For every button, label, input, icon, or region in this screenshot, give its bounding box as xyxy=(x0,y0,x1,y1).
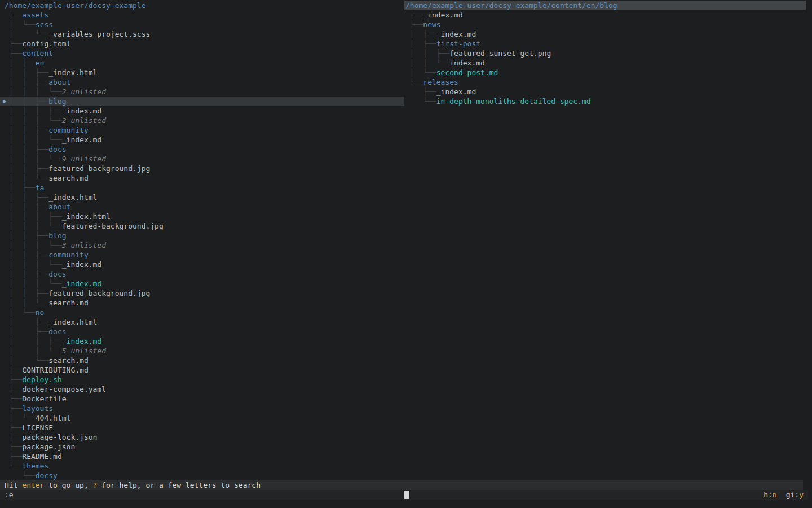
tree-row[interactable]: │ └──no xyxy=(0,308,404,317)
tree-row[interactable]: ├──news xyxy=(404,20,806,29)
tree-branch-lines: └── xyxy=(405,97,436,106)
tree-row[interactable]: └──in-depth-monoliths-detailed-spec.md xyxy=(404,97,806,106)
tree-row[interactable]: ├──CONTRIBUTING.md xyxy=(0,365,404,375)
tree-branch-lines: ├── xyxy=(5,443,22,451)
flag-label: gi: xyxy=(786,491,799,499)
tree-row[interactable]: │ │ ├──community xyxy=(0,250,404,260)
right-panel-input[interactable]: h:ngi:y xyxy=(404,490,808,500)
tree-branch-lines: ├── xyxy=(5,49,22,58)
entry-name: _index.md xyxy=(62,337,102,345)
tree-row[interactable]: ▶ │ │ ├──blog xyxy=(0,97,404,106)
tree-row[interactable]: │ │ │ └──_index.md xyxy=(0,279,404,288)
tree-row[interactable]: │ ├──docs xyxy=(0,327,404,336)
broot-terminal-screen: /home/example-user/docsy-example ├──asse… xyxy=(0,0,812,508)
tree-row[interactable]: │ └──scss xyxy=(0,20,404,29)
tree-branch-lines: │ │ ├── xyxy=(5,203,48,211)
entry-name: blog xyxy=(48,97,66,106)
tree-row[interactable]: │ │ ├──featured-background.jpg xyxy=(0,164,404,173)
tree-row[interactable]: │ │ │ └──2 unlisted xyxy=(0,116,404,125)
tree-branch-lines: │ └── xyxy=(5,20,36,29)
tree-row[interactable]: │ └──second-post.md xyxy=(404,68,806,77)
tree-row[interactable]: ├──package.json xyxy=(0,442,404,452)
tree-row[interactable]: │ ├──_index.md xyxy=(404,29,806,39)
tree-row[interactable]: └──docsy xyxy=(0,471,404,480)
tree-row[interactable]: ├──_index.md xyxy=(404,87,806,97)
tree-row[interactable]: │ │ ├──docs xyxy=(0,144,404,154)
tree-row[interactable]: ├──README.md xyxy=(0,452,404,461)
tree-row[interactable]: ├──Dockerfile xyxy=(0,394,404,404)
tree-row[interactable]: ├──layouts xyxy=(0,404,404,413)
entry-name: _index.md xyxy=(62,107,102,115)
tree-row[interactable]: ├──content xyxy=(0,49,404,58)
tree-row[interactable]: ├──_index.md xyxy=(404,10,806,20)
tree-row[interactable]: │ │ ├──_index.md xyxy=(0,336,404,346)
tree-row[interactable]: │ ├──en xyxy=(0,58,404,68)
entry-name: 3 unlisted xyxy=(62,241,106,249)
tree-row[interactable]: │ │ │ ├──_index.md xyxy=(0,106,404,116)
panel-root-path[interactable]: /home/example-user/docsy-example xyxy=(0,1,404,10)
entry-name: 2 unlisted xyxy=(62,116,106,125)
tree-row[interactable]: ├──config.toml xyxy=(0,39,404,49)
selected-row-arrow-icon: ▶ xyxy=(3,97,7,106)
tree-row[interactable]: │ │ ├──about xyxy=(0,77,404,87)
entry-name: _index.md xyxy=(62,260,102,269)
tree-branch-lines: │ │ ├── xyxy=(5,231,48,240)
tree-row[interactable]: ├──docker-compose.yaml xyxy=(0,384,404,394)
flag-value: n xyxy=(773,491,777,499)
tree-row[interactable]: │ │ ├──featured-sunset-get.png xyxy=(404,49,806,58)
tree-branch-lines: ├── xyxy=(5,385,22,393)
tree-row[interactable]: │ │ │ └──_index.md xyxy=(0,135,404,144)
tree-row[interactable]: │ │ └──5 unlisted xyxy=(0,346,404,356)
tree-row[interactable]: │ │ │ └──2 unlisted xyxy=(0,87,404,97)
tree-branch-lines: ├── xyxy=(5,366,22,374)
entry-name: news xyxy=(423,20,440,29)
tree-row[interactable]: └──themes xyxy=(0,461,404,471)
tree-row[interactable]: │ │ │ └──_index.md xyxy=(0,260,404,269)
tree-branch-lines: │ │ ├── xyxy=(5,193,48,202)
tree-row[interactable]: │ │ └──index.md xyxy=(404,58,806,68)
tree-row[interactable]: │ │ ├──_index.html xyxy=(0,192,404,202)
tree-row[interactable]: │ │ ├──blog xyxy=(0,231,404,240)
entry-name: config.toml xyxy=(22,40,70,48)
tree-row[interactable]: │ ├──_index.html xyxy=(0,317,404,327)
tree-row[interactable]: │ └──search.md xyxy=(0,356,404,365)
tree-branch-lines: │ │ │ └── xyxy=(5,155,62,163)
tree-row[interactable]: │ │ └──search.md xyxy=(0,298,404,308)
tree-branch-lines: │ │ └── xyxy=(5,347,62,355)
tree-row[interactable]: ├──assets xyxy=(0,10,404,20)
tree-row[interactable]: │ │ ├──featured-background.jpg xyxy=(0,288,404,298)
tree-branch-lines: │ │ ├── xyxy=(5,289,48,297)
tree-row[interactable]: │ │ ├──community xyxy=(0,125,404,135)
entry-name: featured-sunset-get.png xyxy=(449,49,551,58)
text-cursor-icon xyxy=(404,491,409,499)
tree-row[interactable]: └──releases xyxy=(404,77,806,87)
tree-row[interactable]: ├──package-lock.json xyxy=(0,432,404,442)
tree-row[interactable]: │ └──_variables_project.scss xyxy=(0,29,404,39)
tree-row[interactable]: │ │ └──search.md xyxy=(0,173,404,183)
tree-row[interactable]: │ └──404.html xyxy=(0,413,404,423)
entry-name: _variables_project.scss xyxy=(48,30,150,38)
left-panel-input[interactable]: :e xyxy=(0,490,404,500)
tree-row[interactable]: │ │ │ ├──_index.html xyxy=(0,212,404,221)
tree-row[interactable]: │ │ │ └──9 unlisted xyxy=(0,154,404,164)
tree-branch-lines: │ │ ├── xyxy=(5,145,48,154)
tree-row[interactable]: │ │ │ └──featured-background.jpg xyxy=(0,221,404,231)
tree-row[interactable]: │ ├──first-post xyxy=(404,39,806,49)
panel-root-path[interactable]: /home/example-user/docsy-example/content… xyxy=(404,1,806,10)
tree-branch-lines: └── xyxy=(405,78,423,86)
tree-row[interactable]: ├──deploy.sh xyxy=(0,375,404,384)
tree-branch-lines: └── xyxy=(5,462,22,470)
entry-name: README.md xyxy=(22,452,61,461)
entry-name: 5 unlisted xyxy=(62,347,106,355)
tree-row[interactable]: │ │ ├──_index.html xyxy=(0,68,404,77)
entry-name: featured-background.jpg xyxy=(48,289,150,297)
tree-row[interactable]: │ │ │ └──3 unlisted xyxy=(0,240,404,250)
tree-branch-lines: │ │ │ └── xyxy=(5,116,62,125)
tree-row[interactable]: │ ├──fa xyxy=(0,183,404,192)
tree-row[interactable]: ├──LICENSE xyxy=(0,423,404,432)
status-key-hint: enter xyxy=(22,481,44,489)
tree-row[interactable]: │ │ ├──docs xyxy=(0,269,404,279)
status-text: Hit xyxy=(5,481,22,489)
tree-branch-lines: │ │ │ └── xyxy=(5,222,62,230)
tree-row[interactable]: │ │ ├──about xyxy=(0,202,404,212)
